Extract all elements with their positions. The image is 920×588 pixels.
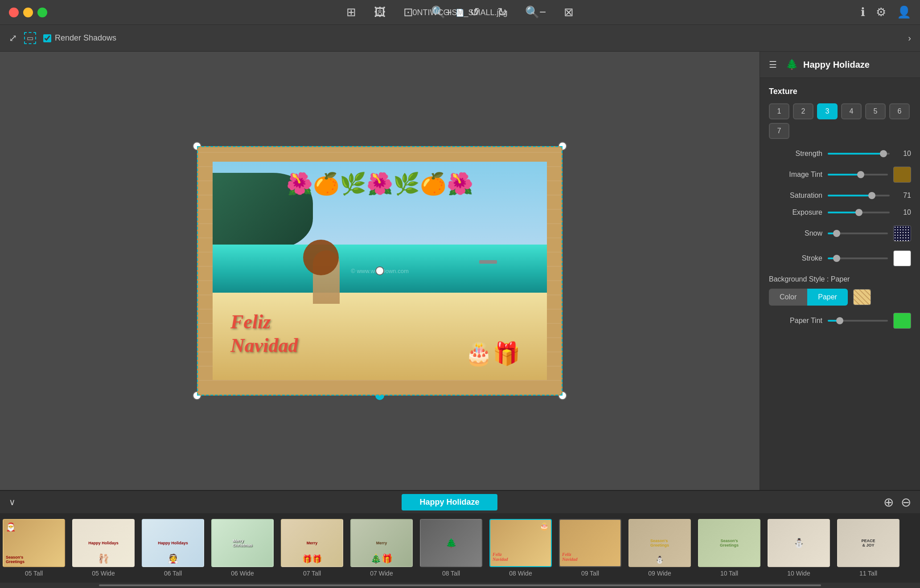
secondary-toolbar: ⤢ ▭ Render Shadows ›: [0, 25, 920, 52]
thumbnail-05-tall[interactable]: 🎅 Season'sGreetings 05 Tall: [0, 519, 68, 577]
scroll-bar[interactable]: [99, 584, 821, 586]
thumbnail-07-wide[interactable]: Merry 🎄🎁 07 Wide: [348, 519, 415, 577]
snow-slider[interactable]: [828, 233, 888, 234]
window-controls[interactable]: [9, 8, 47, 17]
cake-decoration: 🎂🎁: [465, 341, 520, 367]
thumbnail-06-tall[interactable]: Happy Holidays 👰 06 Tall: [139, 519, 207, 577]
paper-swatch[interactable]: [853, 289, 871, 305]
texture-7-button[interactable]: 7: [769, 123, 789, 139]
strip-title[interactable]: Happy Holidaze: [402, 494, 497, 510]
thumbnail-09-tall[interactable]: FelizNavidad 09 Tall: [556, 519, 624, 577]
strength-value: 10: [895, 150, 911, 158]
image-tint-thumb[interactable]: [857, 171, 864, 178]
texture-6-button[interactable]: 6: [889, 103, 910, 119]
thumbnail-06-wide[interactable]: MerryChristmas 06 Wide: [209, 519, 276, 577]
snow-label: Snow: [769, 229, 822, 237]
photo-edit-icon[interactable]: 🖼: [374, 5, 386, 19]
remove-icon[interactable]: ⊖: [901, 495, 911, 510]
thumbnail-10-wide[interactable]: ⛄ 10 Wide: [765, 519, 833, 577]
thumbnail-08-tall-img[interactable]: 🌲: [420, 519, 482, 567]
strip-chevron-icon[interactable]: ∨: [9, 497, 16, 507]
exposure-slider[interactable]: [828, 212, 890, 213]
thumbnail-06-wide-img[interactable]: MerryChristmas: [211, 519, 274, 567]
settings-icon[interactable]: ⚙: [876, 5, 886, 19]
maximize-button[interactable]: [37, 8, 47, 17]
paper-tint-thumb[interactable]: [836, 317, 843, 324]
exposure-value: 10: [895, 208, 911, 216]
add-icon[interactable]: ⊕: [883, 495, 894, 510]
close-button[interactable]: [9, 8, 19, 17]
thumbnail-07-tall[interactable]: Merry 🎁🎁 07 Tall: [278, 519, 346, 577]
list-icon[interactable]: ☰: [769, 59, 777, 70]
render-shadows-input[interactable]: [43, 34, 51, 42]
thumbnail-09-wide[interactable]: Season'sGreetings ⛄ 09 Wide: [626, 519, 694, 577]
thumbnail-08-tall[interactable]: 🌲 08 Tall: [417, 519, 485, 577]
info-icon[interactable]: ℹ: [861, 5, 865, 19]
thumbnail-08-tall-label: 08 Tall: [442, 570, 460, 577]
stroke-swatch[interactable]: [893, 250, 911, 266]
bg-style-section: Background Style : Paper Color Paper: [769, 275, 911, 306]
canvas-area: Feliz Navidad 🎂🎁 © www.webDown.com 🌺🍊🌿🌺🌿…: [0, 52, 760, 490]
thumbnail-08-wide-img[interactable]: FelizNavidad 🎂: [489, 519, 552, 567]
image-library-icon[interactable]: ⊞: [346, 5, 356, 19]
thumbnail-05-wide-img[interactable]: Happy Holidays 🩰: [72, 519, 135, 567]
texture-2-button[interactable]: 2: [793, 103, 813, 119]
texture-5-button[interactable]: 5: [865, 103, 886, 119]
strength-thumb[interactable]: [880, 150, 887, 157]
thumbnail-05-tall-img[interactable]: 🎅 Season'sGreetings: [3, 519, 65, 567]
move-icon[interactable]: ⤢: [9, 33, 17, 44]
thumbnail-09-tall-img[interactable]: FelizNavidad: [559, 519, 621, 567]
thumbnail-09-wide-img[interactable]: Season'sGreetings ⛄: [628, 519, 691, 567]
snow-swatch[interactable]: [893, 225, 911, 241]
exposure-thumb[interactable]: [855, 209, 862, 216]
bg-style-buttons: Color Paper: [769, 289, 848, 306]
strength-fill: [828, 153, 883, 155]
thumbnail-11-tall-img[interactable]: PEACE& JOY: [837, 519, 899, 567]
card-wrapper[interactable]: Feliz Navidad 🎂🎁 © www.webDown.com 🌺🍊🌿🌺🌿…: [197, 146, 563, 396]
handle-center[interactable]: [375, 266, 384, 275]
top-right-toolbar: ℹ ⚙ 👤: [861, 5, 911, 19]
thumbnail-07-tall-img[interactable]: Merry 🎁🎁: [281, 519, 343, 567]
thumbnail-07-wide-img[interactable]: Merry 🎄🎁: [350, 519, 413, 567]
crop-icon[interactable]: ⊡: [403, 5, 413, 19]
image-tint-swatch[interactable]: [893, 167, 911, 183]
thumbnail-08-wide[interactable]: FelizNavidad 🎂 08 Wide: [487, 519, 554, 577]
thumbnail-08-wide-label: 08 Wide: [509, 570, 532, 577]
saturation-thumb[interactable]: [868, 192, 875, 199]
exposure-row: Exposure 10: [769, 208, 911, 216]
render-shadows-checkbox[interactable]: Render Shadows: [43, 33, 116, 43]
saturation-fill: [828, 195, 872, 196]
strength-slider[interactable]: [828, 153, 890, 155]
strip-header: ∨ Happy Holidaze ⊕ ⊖: [0, 491, 920, 513]
thumbnail-05-wide[interactable]: Happy Holidays 🩰 05 Wide: [70, 519, 137, 577]
snow-thumb[interactable]: [833, 230, 840, 237]
zoom-out-icon[interactable]: 🔍−: [525, 5, 546, 19]
panel-title: Happy Holidaze: [803, 60, 870, 70]
image-tint-slider[interactable]: [828, 174, 888, 176]
floral-decoration: 🌺🍊🌿🌺🌿🍊🌺: [213, 162, 547, 206]
texture-3-button[interactable]: 3: [817, 103, 838, 119]
select-icon[interactable]: ▭: [24, 32, 36, 44]
color-button[interactable]: Color: [769, 289, 807, 306]
paper-button[interactable]: Paper: [807, 289, 848, 306]
thumbnail-06-tall-img[interactable]: Happy Holidays 👰: [142, 519, 204, 567]
thumbnail-10-wide-img[interactable]: ⛄: [768, 519, 830, 567]
minimize-button[interactable]: [23, 8, 33, 17]
thumbnail-11-tall[interactable]: PEACE& JOY 11 Tall: [834, 519, 902, 577]
account-icon[interactable]: 👤: [897, 5, 911, 19]
fullscreen-icon[interactable]: ⊠: [564, 5, 574, 19]
stroke-thumb[interactable]: [833, 255, 840, 262]
saturation-label: Saturation: [769, 192, 822, 200]
chevron-right-icon[interactable]: ›: [908, 33, 911, 43]
paper-tint-slider[interactable]: [828, 320, 888, 322]
texture-1-button[interactable]: 1: [769, 103, 789, 119]
paper-tint-swatch[interactable]: [893, 313, 911, 329]
hair: [303, 240, 339, 275]
image-tint-fill: [828, 174, 861, 176]
saturation-slider[interactable]: [828, 195, 890, 196]
thumbnail-10-tall-img[interactable]: Season'sGreetings: [698, 519, 760, 567]
thumbnail-09-wide-label: 09 Wide: [648, 570, 671, 577]
thumbnail-10-tall[interactable]: Season'sGreetings 10 Tall: [695, 519, 763, 577]
texture-4-button[interactable]: 4: [841, 103, 862, 119]
stroke-slider[interactable]: [828, 257, 888, 259]
